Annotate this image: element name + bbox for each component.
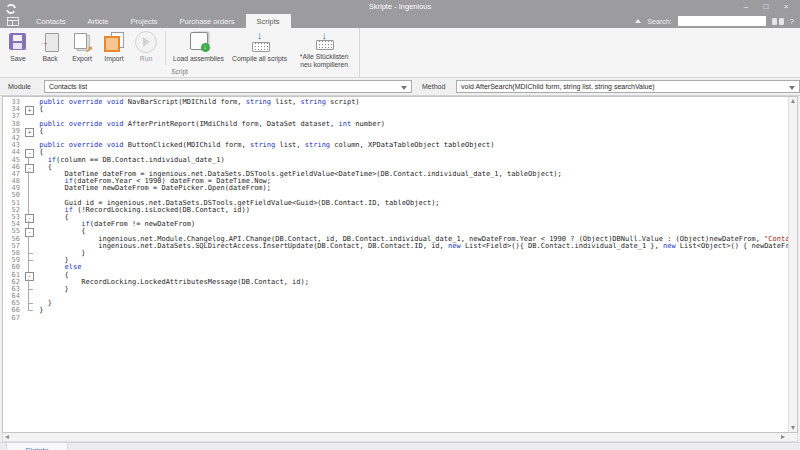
fold-toggle-icon[interactable] (23, 106, 35, 113)
code-line[interactable]: 64 (3, 293, 788, 300)
fold-margin (23, 221, 35, 228)
app-menu-icon[interactable] (7, 17, 19, 26)
collapse-ribbon-icon[interactable] (635, 19, 641, 23)
fold-toggle-icon[interactable] (23, 149, 35, 156)
tab-article[interactable]: Article (77, 14, 120, 28)
code-line[interactable]: 66 } (3, 307, 788, 314)
tab-scripts[interactable]: Scripts (246, 14, 291, 28)
code-line[interactable]: 54 if(dateFrom != newDateFrom) (3, 221, 788, 228)
code-line[interactable]: 33 public override void NavBarScript(MDI… (3, 99, 788, 106)
code-line[interactable]: 49 DateTime newDateFrom = DatePicker.Ope… (3, 185, 788, 192)
fold-toggle-icon[interactable] (23, 164, 35, 171)
ribbon-button-label: Back (42, 55, 57, 63)
code-line[interactable]: 65 } (3, 300, 788, 307)
fold-margin (23, 142, 35, 149)
advanced-search-icon[interactable] (772, 17, 784, 26)
export-button[interactable]: Export (66, 28, 98, 68)
code-line[interactable]: 58 } (3, 250, 788, 257)
minimize-button[interactable]: – (736, 0, 756, 13)
code-line[interactable]: 43 public override void ButtonClicked(MD… (3, 142, 788, 149)
close-button[interactable]: × (776, 0, 796, 13)
scroll-left-icon[interactable] (5, 435, 9, 439)
doctab-skripte[interactable]: Skripte (6, 443, 68, 450)
vertical-scrollbar[interactable] (788, 97, 797, 432)
code-text: public override void AfterPrintReport(IM… (35, 121, 385, 128)
ribbon-button-label: Import (104, 55, 123, 63)
run-icon (134, 30, 158, 54)
module-dropdown[interactable]: Contacts list (44, 80, 412, 93)
fold-margin (23, 185, 35, 192)
code-text: public override void ButtonClicked(MDICh… (35, 142, 494, 149)
tab-purchase-orders[interactable]: Purchase orders (169, 14, 246, 28)
horizontal-scrollbar[interactable] (2, 433, 798, 442)
code-text: } (35, 307, 43, 314)
tab-contacts[interactable]: Contacts (25, 14, 77, 28)
fold-margin (23, 264, 35, 271)
ribbon-button-label: Export (72, 55, 92, 63)
compile-button[interactable]: *Alle Stücklisten neu kompilieren (291, 28, 357, 68)
code-line[interactable]: 63 } (3, 286, 788, 293)
ribbon-separator (165, 31, 166, 65)
scroll-right-icon[interactable] (781, 435, 785, 439)
search-label: Search: (647, 18, 671, 25)
code-text: if(column == DB.Contact.individual_date_… (35, 157, 225, 164)
code-line[interactable]: 57 ingenious.net.DataSets.SQLDirectAcces… (3, 243, 788, 250)
fold-toggle-icon[interactable] (23, 272, 35, 279)
module-dropdown-value: Contacts list (49, 83, 87, 90)
fold-margin (23, 315, 35, 322)
save-icon (6, 30, 30, 54)
code-line[interactable]: 59 } (3, 257, 788, 264)
code-line[interactable]: 45 if(column == DB.Contact.individual_da… (3, 157, 788, 164)
back-button[interactable]: Back (34, 28, 66, 68)
code-text: RecordLocking.LockedAttributesMessage(DB… (35, 279, 309, 286)
code-area[interactable]: 33 public override void NavBarScript(MDI… (3, 97, 788, 432)
ribbon-button-label: Save (10, 55, 26, 63)
ribbon-group-script: SaveBackExportImportRunLoad assembliesCo… (0, 28, 360, 77)
fold-margin (23, 178, 35, 185)
run-button[interactable]: Run (130, 28, 162, 68)
load-assemblies-button[interactable]: Load assemblies (169, 28, 228, 68)
fold-margin (23, 307, 35, 314)
help-icon[interactable]: ? (790, 17, 794, 26)
scroll-down-icon[interactable] (791, 426, 795, 430)
window-title: Skripte - Ingenious (0, 2, 800, 11)
fold-margin (23, 157, 35, 164)
fold-margin (23, 257, 35, 264)
code-text: } (35, 286, 69, 293)
code-line[interactable]: 34 { (3, 106, 788, 113)
module-method-row: Module Contacts list Method void AfterSe… (0, 78, 800, 96)
ribbon-button-label: Load assemblies (173, 55, 224, 63)
fold-margin (23, 300, 35, 307)
code-text: DateTime newDateFrom = DatePicker.Open(d… (35, 185, 271, 192)
tab-projects[interactable]: Projects (119, 14, 168, 28)
module-label: Module (0, 83, 44, 90)
fold-margin (23, 99, 35, 106)
code-line[interactable]: 38 public override void AfterPrintReport… (3, 121, 788, 128)
ribbon-button-label: *Alle Stücklisten neu kompilieren (295, 53, 353, 68)
code-text: public override void NavBarScript(MDIChi… (35, 99, 360, 106)
fold-margin (23, 286, 35, 293)
fold-margin (23, 279, 35, 286)
search-input[interactable] (678, 16, 766, 26)
ribbon-group-label: Script (2, 68, 357, 77)
code-line[interactable]: 39 { (3, 128, 788, 135)
fold-toggle-icon[interactable] (23, 228, 35, 235)
compile-button[interactable]: Compile all scripts (228, 28, 291, 68)
maximize-button[interactable]: □ (756, 0, 776, 13)
scroll-up-icon[interactable] (791, 99, 795, 103)
method-dropdown[interactable]: void AfterSearch(MDIChild form, string l… (456, 80, 800, 93)
code-line[interactable]: 67 (3, 315, 788, 322)
back-icon (38, 30, 62, 54)
code-line[interactable]: 60 else (3, 264, 788, 271)
fold-margin (23, 243, 35, 250)
save-button[interactable]: Save (2, 28, 34, 68)
fold-toggle-icon[interactable] (23, 128, 35, 135)
chevron-down-icon (789, 86, 795, 90)
code-line[interactable]: 62 RecordLocking.LockedAttributesMessage… (3, 279, 788, 286)
fold-margin (23, 121, 35, 128)
code-editor: 33 public override void NavBarScript(MDI… (2, 96, 798, 433)
method-dropdown-value: void AfterSearch(MDIChild form, string l… (461, 83, 655, 90)
code-line[interactable]: 52 if (!RecordLocking.isLocked(DB.Contac… (3, 207, 788, 214)
fold-toggle-icon[interactable] (23, 214, 35, 221)
import-button[interactable]: Import (98, 28, 130, 68)
